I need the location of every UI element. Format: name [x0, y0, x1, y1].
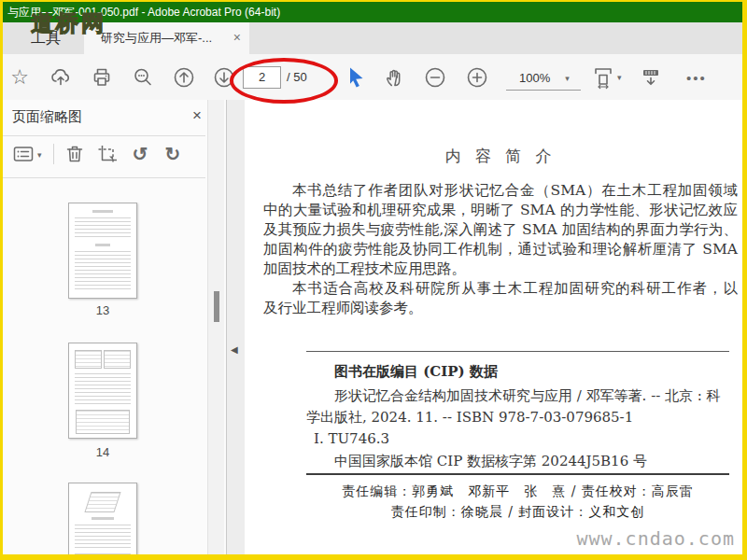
body-line: 及行业工程师阅读参考。 [263, 299, 738, 318]
cip-line: 学出版社, 2024. 11. -- ISBN 978-7-03-079685-… [306, 409, 633, 427]
acrobat-window: 与应用—邓军-001-050.pdf - Adobe Acrobat Pro (… [3, 2, 742, 554]
page-down-icon [212, 65, 236, 90]
tab-tools[interactable]: 工具 [8, 22, 83, 54]
tab-bar: 工具 研究与应用—邓军-... × [3, 22, 742, 54]
rotate-right-button[interactable]: ↻ [160, 141, 186, 167]
zoom-in-icon [465, 65, 489, 90]
previous-page-button[interactable] [171, 64, 197, 91]
share-button[interactable] [48, 64, 74, 91]
page-total-label: / 50 [287, 66, 307, 89]
thumbnail-label: 13 [68, 303, 137, 317]
credits-line: 责任编辑：郭勇斌 邓新平 张 熹 / 责任校对：高辰雷 [306, 483, 729, 500]
close-panel-icon[interactable]: × [192, 106, 202, 125]
page-up-icon [172, 65, 196, 90]
fit-width-button[interactable] [590, 64, 616, 91]
thumbnail-page-14[interactable] [68, 343, 137, 439]
zoom-level-dropdown[interactable]: 100% ▾ [506, 66, 581, 91]
cip-line: Ⅰ. TU746.3 [314, 430, 389, 447]
zoom-out-button[interactable] [422, 64, 448, 91]
cip-line: 中国国家版本馆 CIP 数据核字第 20244J5B16 号 [334, 453, 647, 470]
star-icon: ☆ [10, 64, 29, 91]
more-tools-button[interactable]: ••• [681, 64, 712, 91]
body-line: 及其预应力损失与疲劳性能,深入阐述了 SMA 加固结构的界面力学行为、 [263, 220, 738, 240]
thumbnail-page-13[interactable] [68, 203, 137, 299]
search-icon [131, 65, 155, 90]
rotate-left-button[interactable]: ↺ [127, 141, 153, 167]
body-line: 本书总结了作者团队对形状记忆合金（SMA）在土木工程加固领域 [263, 181, 738, 201]
crop-icon [95, 142, 120, 166]
body-line: 加固技术的工程技术应用思路。 [263, 259, 738, 279]
crop-pages-button[interactable] [94, 141, 120, 167]
page-thumbnails-panel: 页面缩略图 × ▾ [3, 100, 227, 554]
search-button[interactable] [130, 64, 156, 91]
panel-scrollbar-thumb[interactable] [214, 291, 219, 322]
page-number-input[interactable]: 2 [243, 66, 281, 89]
favorites-button[interactable]: ☆ [7, 64, 33, 91]
next-page-button[interactable] [211, 64, 237, 91]
panel-title: 页面缩略图 [12, 108, 82, 126]
collapse-panel-icon: ◀ [231, 344, 238, 355]
cip-line: 形状记忆合金结构加固技术研究与应用 / 邓军等著. -- 北京 : 科 [334, 387, 730, 405]
chevron-down-icon: ▾ [565, 74, 570, 83]
tab-document[interactable]: 研究与应用—邓军-... × [84, 22, 249, 54]
select-tool-button[interactable] [343, 64, 369, 91]
thumbnail-page-15[interactable] [68, 483, 137, 554]
body-line: 本书适合高校及科研院所从事土木工程加固研究的科研工作者，以 [263, 279, 738, 299]
panel-toolbar-separator [53, 144, 54, 164]
thumbnail-label: 14 [68, 445, 137, 459]
cip-rule-top [306, 351, 729, 352]
tab-document-label: 研究与应用—邓军-... [101, 30, 212, 47]
ellipsis-icon: ••• [686, 70, 707, 86]
screenshot-frame: 与应用—邓军-001-050.pdf - Adobe Acrobat Pro (… [0, 0, 747, 560]
hand-icon [383, 65, 407, 90]
print-button[interactable] [89, 64, 115, 91]
cloud-upload-icon [49, 65, 73, 90]
scroll-mode-icon [639, 65, 663, 90]
document-page[interactable]: 内 容 简 介 本书总结了作者团队对形状记忆合金（SMA）在土木工程加固领域 中… [245, 100, 742, 554]
cip-heading: 图书在版编目 (CIP) 数据 [334, 363, 498, 381]
page-display-button[interactable] [638, 64, 664, 91]
panel-separator [3, 135, 205, 136]
zoom-out-icon [423, 65, 447, 90]
rotate-ccw-icon: ↺ [133, 143, 148, 165]
options-chevron-icon[interactable]: ▾ [37, 150, 42, 160]
hand-tool-button[interactable] [382, 64, 408, 91]
delete-pages-button[interactable] [62, 141, 88, 167]
page-watermark: www.cndao.com [576, 527, 735, 550]
credits-line: 责任印制：徐晓晨 / 封面设计：义和文创 [306, 504, 729, 521]
rotate-cw-icon: ↻ [165, 143, 181, 165]
cip-rule-bottom [306, 473, 729, 475]
window-title: 与应用—邓军-001-050.pdf - Adobe Acrobat Pro (… [7, 6, 280, 19]
window-titlebar[interactable]: 与应用—邓军-001-050.pdf - Adobe Acrobat Pro (… [3, 2, 742, 22]
main-toolbar: ☆ [3, 54, 742, 101]
options-icon [11, 142, 35, 166]
panel-scrollbar[interactable] [207, 100, 224, 554]
body-line: 中的大量试验和机理研究成果，明晰了 SMA 的力学性能、形状记忆效应 [263, 201, 738, 220]
trash-icon [63, 142, 87, 166]
fit-width-chevron-icon[interactable]: ▾ [617, 73, 622, 82]
thumbnail-options-button[interactable] [10, 141, 36, 167]
document-heading: 内 容 简 介 [263, 146, 738, 167]
panel-separator [3, 177, 205, 178]
close-tab-icon[interactable]: × [233, 30, 241, 45]
zoom-level-value: 100% [519, 71, 550, 85]
document-body: 本书总结了作者团队对形状记忆合金（SMA）在土木工程加固领域 中的大量试验和机理… [263, 181, 738, 318]
zoom-in-button[interactable] [464, 64, 490, 91]
panel-collapse-handle[interactable]: ◀ [227, 100, 245, 554]
printer-icon [90, 65, 114, 90]
select-arrow-icon [344, 65, 368, 90]
body-line: 加固构件的疲劳性能及协同工作机制，通过试验和理论解析厘清了 SMA [263, 240, 738, 259]
fit-width-icon [591, 65, 615, 90]
